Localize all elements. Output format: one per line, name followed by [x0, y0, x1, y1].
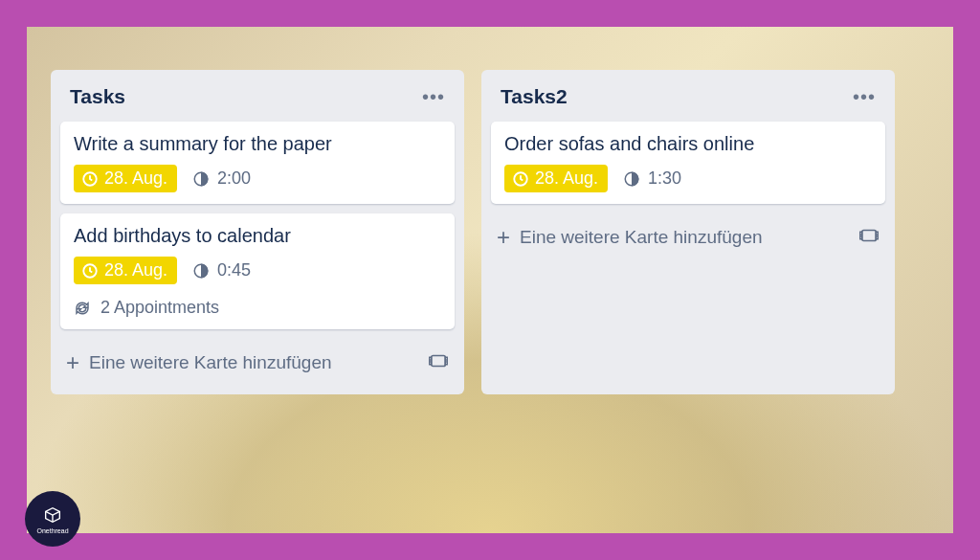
plus-icon: + — [497, 226, 510, 249]
list-menu-icon[interactable]: ••• — [422, 87, 445, 106]
clock-icon — [81, 262, 99, 280]
moon-icon — [192, 262, 210, 280]
date-badge[interactable]: 28. Aug. — [504, 165, 608, 192]
card[interactable]: Add birthdays to calendar 28. Aug. 0:45 — [60, 213, 455, 329]
date-text: 28. Aug. — [104, 260, 167, 280]
duration-badge: 2:00 — [192, 168, 251, 189]
moon-icon — [623, 170, 640, 188]
list-header: Tasks ••• — [60, 81, 455, 122]
template-icon — [858, 225, 880, 246]
lists-container: Tasks ••• Write a summary for the paper … — [27, 27, 953, 394]
svg-rect-11 — [876, 232, 878, 238]
card-title: Add birthdays to calendar — [74, 225, 441, 247]
list-tasks: Tasks ••• Write a summary for the paper … — [51, 70, 464, 394]
svg-rect-5 — [430, 357, 432, 364]
date-text: 28. Aug. — [535, 168, 598, 189]
duration-badge: 0:45 — [192, 260, 251, 280]
recurring-badge: 2 Appointments — [74, 298, 441, 318]
duration-text: 1:30 — [648, 168, 681, 189]
moon-icon — [192, 170, 210, 188]
duration-text: 2:00 — [217, 168, 251, 189]
template-button[interactable] — [858, 225, 880, 250]
card-title: Write a summary for the paper — [74, 133, 441, 155]
card-badges: 28. Aug. 1:30 — [504, 165, 872, 192]
svg-rect-6 — [445, 357, 447, 364]
add-card-row: + Eine weitere Karte hinzufügen — [491, 217, 885, 258]
app-frame: Tasks ••• Write a summary for the paper … — [0, 0, 980, 560]
list-menu-icon[interactable]: ••• — [853, 87, 876, 106]
clock-icon — [512, 170, 529, 188]
list-tasks2: Tasks2 ••• Order sofas and chairs online… — [481, 70, 895, 394]
card-badges: 28. Aug. 0:45 — [74, 257, 441, 284]
svg-rect-9 — [862, 231, 877, 241]
list-title[interactable]: Tasks — [70, 85, 125, 108]
template-icon — [428, 350, 449, 371]
svg-rect-10 — [860, 232, 862, 238]
card-title: Order sofas and chairs online — [504, 133, 872, 155]
list-title[interactable]: Tasks2 — [501, 85, 568, 108]
duration-text: 0:45 — [217, 260, 251, 280]
logo-text: Onethread — [36, 527, 68, 534]
add-card-button[interactable]: + Eine weitere Karte hinzufügen — [497, 226, 858, 249]
add-card-row: + Eine weitere Karte hinzufügen — [60, 343, 455, 383]
recurring-icon — [74, 300, 91, 317]
template-button[interactable] — [428, 350, 449, 375]
add-card-button[interactable]: + Eine weitere Karte hinzufügen — [66, 351, 428, 374]
card[interactable]: Write a summary for the paper 28. Aug. 2… — [60, 122, 455, 204]
date-text: 28. Aug. — [104, 168, 167, 189]
add-card-label: Eine weitere Karte hinzufügen — [89, 352, 332, 373]
duration-badge: 1:30 — [623, 168, 681, 189]
add-card-label: Eine weitere Karte hinzufügen — [520, 227, 763, 248]
date-badge[interactable]: 28. Aug. — [74, 165, 177, 192]
card-badges: 28. Aug. 2:00 — [74, 165, 441, 192]
svg-rect-4 — [432, 356, 446, 367]
clock-icon — [81, 170, 99, 188]
logo-icon — [42, 504, 63, 526]
date-badge[interactable]: 28. Aug. — [74, 257, 177, 284]
board-background: Tasks ••• Write a summary for the paper … — [27, 27, 953, 533]
recurring-text: 2 Appointments — [100, 298, 219, 318]
plus-icon: + — [66, 351, 79, 374]
logo-badge[interactable]: Onethread — [25, 491, 80, 547]
card[interactable]: Order sofas and chairs online 28. Aug. 1… — [491, 122, 885, 204]
list-header: Tasks2 ••• — [491, 81, 885, 122]
